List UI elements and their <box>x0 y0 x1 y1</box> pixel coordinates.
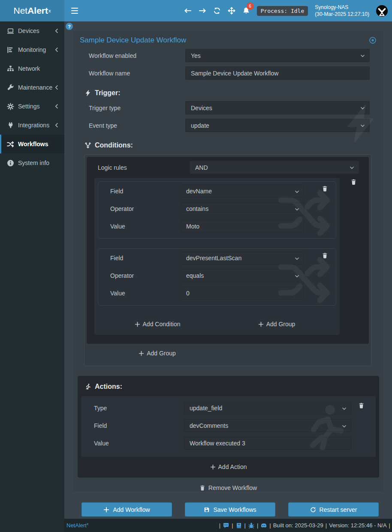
add-group-outer-label: Add Group <box>147 350 176 357</box>
sidebar-item-label: Network <box>18 65 64 72</box>
delete-action-icon[interactable] <box>358 402 365 409</box>
sidebar: Devices Monitoring Network Maintenance S… <box>0 21 64 532</box>
plus-icon <box>210 464 216 470</box>
sidebar-item-label: Monitoring <box>18 46 54 53</box>
condition-value-input[interactable] <box>181 287 304 300</box>
nav-move-icon[interactable] <box>228 7 235 15</box>
workflow-toolbar: Add Workflow Save Workflows Restart serv… <box>81 502 379 517</box>
footer-brand-main: NetAlert <box>66 523 87 529</box>
trigger-type-value: Devices <box>191 105 212 111</box>
app-logo[interactable]: NetAlertx <box>0 0 64 21</box>
workflow-title: Sample Device Update Workflow <box>80 36 186 45</box>
sidebar-item-maintenance[interactable]: Maintenance <box>0 78 64 97</box>
footer-separator: | <box>244 522 246 529</box>
notification-count-badge: 6 <box>247 3 254 10</box>
plus-icon <box>139 351 144 356</box>
add-group-inner-button[interactable]: Add Group <box>258 321 296 328</box>
trigger-type-select[interactable]: Devices <box>185 101 370 114</box>
sidebar-item-devices[interactable]: Devices <box>0 21 64 40</box>
docs-book-icon[interactable] <box>235 522 242 529</box>
help-icon[interactable]: ? <box>66 23 73 30</box>
footer-version: Version: 12:25:46 - N/A <box>329 522 386 529</box>
user-avatar[interactable] <box>376 5 388 17</box>
footer-brand[interactable]: NetAlertx <box>66 522 88 529</box>
chevron-left-icon <box>54 47 59 52</box>
sidebar-item-network[interactable]: Network <box>0 59 64 78</box>
remove-workflow-button[interactable]: Remove Workflow <box>199 484 257 491</box>
trigger-type-row: Trigger type Devices <box>73 101 383 114</box>
action-type-select[interactable]: update_field <box>184 402 351 415</box>
nav-refresh-icon[interactable] <box>213 7 221 15</box>
logic-rules-select[interactable]: AND <box>190 161 359 174</box>
sidebar-item-monitoring[interactable]: Monitoring <box>0 40 64 59</box>
workflow-enabled-select[interactable]: Yes <box>185 49 370 62</box>
footer-separator: | <box>257 522 258 529</box>
device-timestamp: (30-Mar-2025 12:27:10) <box>315 11 369 18</box>
gear-icon <box>7 103 14 110</box>
notifications-bell[interactable]: 6 <box>242 7 250 15</box>
info-icon <box>7 159 14 167</box>
logic-rules-row: Logic rules AND <box>87 161 369 174</box>
bug-icon[interactable] <box>248 522 255 529</box>
delete-condition-icon[interactable] <box>322 185 328 192</box>
value-label: Value <box>98 290 181 297</box>
discord-icon[interactable] <box>260 522 267 529</box>
condition-operator-select[interactable]: equals <box>181 269 304 282</box>
action-field-value: devComments <box>190 422 228 429</box>
plus-icon <box>135 322 140 327</box>
merge-icon <box>84 142 91 149</box>
workflow-enabled-value: Yes <box>191 52 201 59</box>
condition-operator-row: Operator contains <box>98 202 336 215</box>
condition-field-select[interactable]: devName <box>181 185 304 198</box>
condition-field-row: Field devPresentLastScan <box>98 252 336 264</box>
condition-subgroup: Field devName Operator contains <box>94 178 340 335</box>
chevron-left-icon <box>54 28 59 33</box>
sidebar-item-system-info[interactable]: System info <box>0 153 64 172</box>
sidebar-item-workflows[interactable]: Workflows <box>0 135 64 153</box>
logic-rules-value: AND <box>195 164 208 171</box>
save-workflows-button[interactable]: Save Workflows <box>185 502 275 517</box>
add-action-label: Add Action <box>218 463 247 470</box>
field-label: Field <box>98 255 181 261</box>
action-value-input[interactable] <box>184 437 351 450</box>
add-condition-button[interactable]: Add Condition <box>135 321 181 328</box>
delete-condition-icon[interactable] <box>322 252 328 259</box>
action-field-select[interactable]: devComments <box>184 419 351 432</box>
condition-operator-select[interactable]: contains <box>181 202 304 215</box>
chevron-left-icon <box>54 85 59 90</box>
sidebar-item-integrations[interactable]: Integrations <box>0 116 64 135</box>
condition-operator-value: contains <box>186 205 208 212</box>
condition-field-select[interactable]: devPresentLastScan <box>181 252 304 264</box>
condition-value-input[interactable] <box>181 220 304 233</box>
nav-back-icon[interactable] <box>184 7 192 15</box>
trigger-heading-label: Trigger: <box>95 89 121 97</box>
delete-group-icon[interactable] <box>350 178 357 186</box>
conditions-wrapper: Logic rules AND Field <box>84 154 371 366</box>
comment-icon[interactable] <box>223 522 229 529</box>
footer-separator: | <box>326 522 327 529</box>
condition-value-row: Value <box>98 287 336 300</box>
workflow-panel-header: Sample Device Update Workflow <box>73 31 383 45</box>
sidebar-toggle-button[interactable] <box>69 5 80 16</box>
nav-forward-icon[interactable] <box>199 7 206 15</box>
plus-icon <box>103 507 109 513</box>
workflow-name-input[interactable] <box>185 66 370 80</box>
chevron-down-icon <box>360 53 365 59</box>
add-action-button[interactable]: Add Action <box>210 463 247 470</box>
condition-operator-row: Operator equals <box>98 269 336 282</box>
restart-server-button[interactable]: Restart server <box>288 502 379 517</box>
chevron-down-icon <box>341 406 347 412</box>
add-workflow-button[interactable]: Add Workflow <box>81 502 172 517</box>
remove-workflow-row: Remove Workflow <box>73 484 383 491</box>
event-type-select[interactable]: update <box>185 119 370 132</box>
field-label: Field <box>98 188 181 195</box>
sidebar-item-settings[interactable]: Settings <box>0 97 64 116</box>
type-label: Type <box>81 405 184 412</box>
top-navbar: NetAlertx 6 Process: Idle Synology-NAS (… <box>0 0 392 21</box>
add-group-outer-button[interactable]: Add Group <box>139 350 176 357</box>
footer-brand-sup: x <box>87 522 89 526</box>
add-condition-label: Add Condition <box>143 321 181 328</box>
operator-label: Operator <box>98 272 181 279</box>
conditions-heading-label: Conditions: <box>95 141 133 149</box>
bullseye-icon[interactable] <box>369 36 377 44</box>
